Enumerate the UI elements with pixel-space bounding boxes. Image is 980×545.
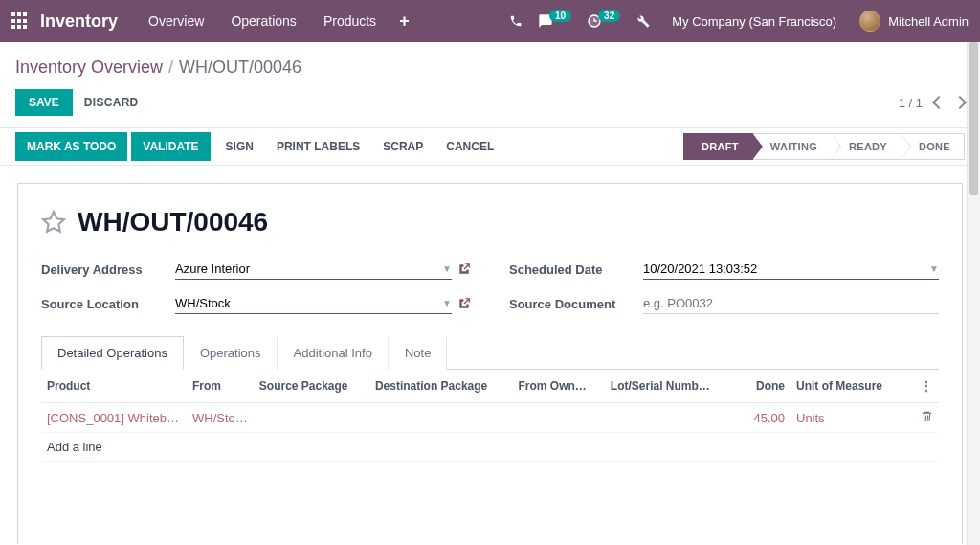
chevron-down-icon[interactable]: ▼ — [442, 263, 452, 274]
nav-add-icon[interactable]: + — [390, 11, 419, 32]
external-link-icon[interactable] — [457, 297, 471, 310]
phone-icon[interactable] — [501, 14, 530, 28]
scheduled-date-input[interactable] — [643, 261, 924, 276]
user-name: Mitchell Admin — [888, 14, 969, 29]
breadcrumb: Inventory Overview / WH/OUT/00046 — [0, 42, 980, 83]
label-source-document: Source Document — [509, 297, 643, 311]
delivery-address-input[interactable] — [175, 261, 436, 276]
scrollbar-thumb[interactable] — [969, 42, 978, 195]
record-title: WH/OUT/00046 — [78, 207, 268, 238]
status-draft[interactable]: DRAFT — [683, 133, 753, 160]
pager-text: 1 / 1 — [899, 96, 923, 110]
app-brand[interactable]: Inventory — [40, 11, 118, 32]
pager-next-icon[interactable] — [953, 96, 967, 109]
label-delivery-address: Delivery Address — [41, 262, 175, 277]
activities-icon[interactable]: 32 — [579, 13, 628, 29]
col-uom[interactable]: Unit of Measure — [791, 370, 915, 403]
col-destination-package[interactable]: Destination Package — [369, 370, 513, 403]
save-bar: SAVE DISCARD 1 / 1 — [0, 83, 980, 127]
apps-icon[interactable] — [11, 12, 29, 30]
tab-operations[interactable]: Operations — [184, 336, 278, 370]
avatar — [859, 11, 880, 32]
cell-from[interactable]: WH/Sto… — [192, 411, 248, 425]
cancel-button[interactable]: CANCEL — [434, 132, 505, 161]
user-menu[interactable]: Mitchell Admin — [850, 11, 969, 32]
sign-button[interactable]: SIGN — [214, 132, 265, 161]
action-bar: MARK AS TODO VALIDATE SIGN PRINT LABELS … — [0, 127, 980, 166]
source-location-input[interactable] — [175, 296, 436, 310]
status-ready[interactable]: READY — [832, 133, 902, 160]
tabs: Detailed Operations Operations Additiona… — [41, 335, 939, 370]
print-labels-button[interactable]: PRINT LABELS — [265, 132, 371, 161]
external-link-icon[interactable] — [457, 262, 471, 276]
breadcrumb-parent[interactable]: Inventory Overview — [15, 57, 163, 78]
col-done[interactable]: Done — [733, 370, 791, 403]
status-waiting[interactable]: WAITING — [753, 133, 832, 160]
company-switcher[interactable]: My Company (San Francisco) — [658, 14, 850, 29]
col-from[interactable]: From — [187, 370, 254, 403]
operations-table: Product From Source Package Destination … — [41, 370, 939, 544]
tab-note[interactable]: Note — [389, 336, 447, 370]
add-line-button[interactable]: Add a line — [41, 433, 939, 462]
save-button[interactable]: SAVE — [15, 89, 73, 116]
pager-prev-icon[interactable] — [932, 96, 946, 109]
nav-operations[interactable]: Operations — [217, 13, 309, 29]
cell-uom[interactable]: Units — [791, 403, 915, 433]
col-lot-serial[interactable]: Lot/Serial Numb… — [605, 370, 733, 403]
col-from-owner[interactable]: From Own… — [512, 370, 604, 403]
discard-button[interactable]: DISCARD — [73, 89, 150, 116]
chevron-down-icon[interactable]: ▼ — [929, 263, 939, 274]
tab-additional-info[interactable]: Additional Info — [278, 336, 389, 370]
scrollbar[interactable] — [967, 42, 980, 545]
cell-done[interactable]: 45.00 — [733, 403, 791, 433]
status-bar: DRAFT WAITING READY DONE — [683, 128, 965, 165]
breadcrumb-current: WH/OUT/00046 — [179, 57, 301, 78]
activities-badge: 32 — [598, 10, 620, 22]
validate-button[interactable]: VALIDATE — [131, 132, 210, 161]
nav-overview[interactable]: Overview — [135, 13, 217, 29]
messages-icon[interactable]: 10 — [530, 13, 579, 29]
top-nav: Inventory Overview Operations Products +… — [0, 0, 980, 42]
columns-menu-icon[interactable]: ⋮ — [921, 379, 933, 393]
cell-product[interactable]: [CONS_0001] Whitebo… — [47, 411, 181, 425]
chevron-down-icon[interactable]: ▼ — [442, 298, 452, 308]
messages-badge: 10 — [549, 10, 571, 22]
label-source-location: Source Location — [41, 297, 175, 311]
star-icon[interactable] — [41, 210, 66, 235]
delete-row-icon[interactable] — [921, 411, 933, 425]
scrap-button[interactable]: SCRAP — [371, 132, 434, 161]
label-scheduled-date: Scheduled Date — [509, 262, 643, 277]
form-card: WH/OUT/00046 Delivery Address ▼ Schedule… — [17, 183, 963, 544]
source-document-input[interactable] — [643, 296, 939, 310]
tab-detailed-operations[interactable]: Detailed Operations — [41, 336, 184, 370]
mark-as-todo-button[interactable]: MARK AS TODO — [15, 132, 127, 161]
col-source-package[interactable]: Source Package — [254, 370, 369, 403]
svg-marker-1 — [43, 212, 64, 232]
table-row[interactable]: [CONS_0001] Whitebo… WH/Sto… 45.00 Units — [41, 403, 939, 433]
col-product[interactable]: Product — [41, 370, 187, 403]
nav-products[interactable]: Products — [310, 13, 390, 29]
tools-icon[interactable] — [628, 13, 658, 29]
